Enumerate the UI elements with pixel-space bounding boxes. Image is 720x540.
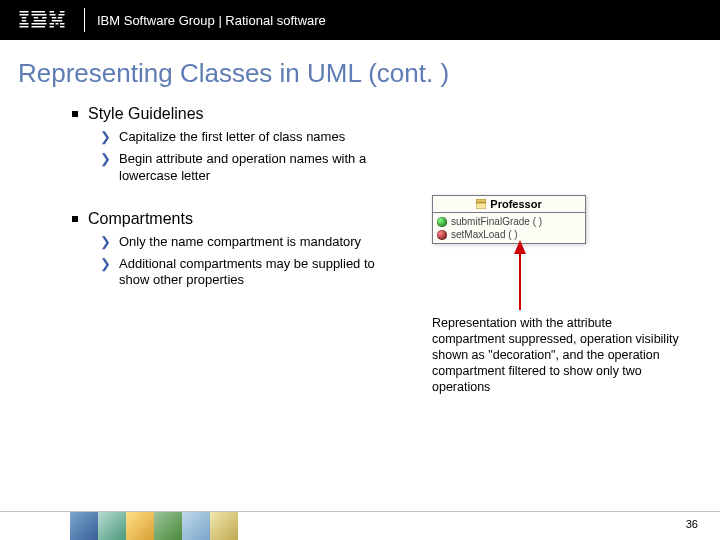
list-item-text: Begin attribute and operation names with… bbox=[119, 151, 380, 184]
svg-rect-12 bbox=[32, 26, 46, 28]
svg-rect-17 bbox=[52, 17, 57, 19]
operation-signature: submitFinalGrade ( ) bbox=[451, 216, 542, 227]
svg-rect-7 bbox=[32, 14, 47, 16]
svg-rect-26 bbox=[476, 203, 486, 209]
uml-name-compartment: Professor bbox=[433, 196, 585, 213]
svg-rect-22 bbox=[60, 23, 65, 25]
figure-caption: Representation with the attribute compar… bbox=[432, 315, 682, 395]
svg-rect-8 bbox=[34, 17, 39, 19]
operation-signature: setMaxLoad ( ) bbox=[451, 229, 518, 240]
svg-rect-21 bbox=[56, 23, 59, 25]
list-item-text: Capitalize the first letter of class nam… bbox=[119, 129, 345, 145]
list-item: ❯ Additional compartments may be supplie… bbox=[100, 256, 380, 289]
svg-rect-1 bbox=[20, 14, 29, 16]
class-icon bbox=[476, 199, 486, 209]
svg-rect-23 bbox=[50, 26, 55, 28]
section-label: Style Guidelines bbox=[88, 105, 204, 123]
svg-rect-13 bbox=[50, 11, 55, 13]
footer-decoration bbox=[70, 512, 238, 540]
header-bar: IBM Software Group | Rational software bbox=[0, 0, 720, 40]
uml-operation: setMaxLoad ( ) bbox=[437, 228, 581, 241]
footer bbox=[0, 508, 720, 540]
slide-title: Representing Classes in UML (cont. ) bbox=[18, 58, 720, 89]
list-item-text: Additional compartments may be supplied … bbox=[119, 256, 380, 289]
square-bullet-icon bbox=[72, 111, 78, 117]
visibility-icon bbox=[437, 230, 447, 240]
list-item: ❯ Only the name compartment is mandatory bbox=[100, 234, 380, 250]
svg-rect-19 bbox=[52, 20, 63, 22]
svg-rect-15 bbox=[50, 14, 56, 16]
svg-rect-9 bbox=[42, 17, 47, 19]
svg-rect-24 bbox=[60, 26, 65, 28]
uml-class-box: Professor submitFinalGrade ( ) setMaxLoa… bbox=[432, 195, 586, 244]
uml-operation: submitFinalGrade ( ) bbox=[437, 215, 581, 228]
svg-rect-18 bbox=[58, 17, 63, 19]
svg-rect-14 bbox=[60, 11, 65, 13]
svg-rect-6 bbox=[32, 11, 46, 13]
arrow-icon: ❯ bbox=[100, 129, 111, 145]
uml-operation-compartment: submitFinalGrade ( ) setMaxLoad ( ) bbox=[433, 213, 585, 243]
svg-rect-11 bbox=[32, 23, 47, 25]
svg-rect-2 bbox=[22, 17, 27, 19]
uml-class-name: Professor bbox=[490, 198, 541, 210]
svg-rect-3 bbox=[22, 20, 27, 22]
square-bullet-icon bbox=[72, 216, 78, 222]
svg-rect-25 bbox=[476, 199, 486, 203]
section-label: Compartments bbox=[88, 210, 193, 228]
svg-rect-4 bbox=[20, 23, 29, 25]
svg-rect-10 bbox=[34, 20, 46, 22]
arrow-icon: ❯ bbox=[100, 151, 111, 167]
svg-rect-5 bbox=[20, 26, 29, 28]
visibility-icon bbox=[437, 217, 447, 227]
ibm-logo bbox=[18, 11, 66, 29]
header-text: IBM Software Group | Rational software bbox=[97, 13, 326, 28]
slide-number: 36 bbox=[686, 518, 698, 530]
arrow-icon: ❯ bbox=[100, 256, 111, 272]
svg-rect-0 bbox=[20, 11, 29, 13]
header-divider bbox=[84, 8, 85, 32]
list-item: ❯ Capitalize the first letter of class n… bbox=[100, 129, 380, 145]
svg-rect-20 bbox=[50, 23, 55, 25]
list-item: ❯ Begin attribute and operation names wi… bbox=[100, 151, 380, 184]
svg-rect-16 bbox=[59, 14, 65, 16]
section-heading: Style Guidelines bbox=[72, 105, 672, 123]
arrow-icon: ❯ bbox=[100, 234, 111, 250]
list-item-text: Only the name compartment is mandatory bbox=[119, 234, 361, 250]
